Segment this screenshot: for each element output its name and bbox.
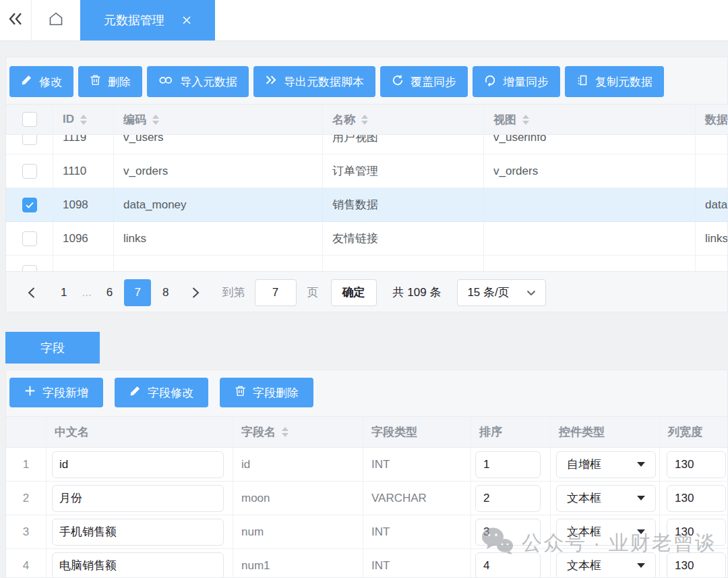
plus-icon [24,385,36,400]
column-header-data[interactable]: 数据 [696,105,728,134]
refresh-icon [484,74,496,90]
row-checkbox[interactable] [22,135,37,145]
metadata-table-body: 1119 v_users 用户视图 v_userinfo 1110 v_orde… [6,135,727,271]
sort-icon[interactable] [522,115,529,125]
link-icon [158,75,173,88]
table-row[interactable]: 1110 v_orders 订单管理 v_orders [6,154,727,188]
import-metadata-button[interactable]: 导入元数据 [147,66,249,97]
column-header-field[interactable]: 字段名 [233,417,363,447]
field-row[interactable]: 2 moon VARCHAR 文本框 [6,482,728,515]
metadata-panel: 修改 删除 导入元数据 导出元数据脚本 覆盖同步 增量同步 [5,57,728,312]
trash-icon [235,385,246,400]
double-chevron-left-icon [7,11,24,29]
cn-name-input[interactable] [52,519,224,546]
overwrite-sync-button[interactable]: 覆盖同步 [380,66,468,97]
fields-panel: 字段新增 字段修改 字段删除 中文名 字段名 字段类型 排序 控件类型 列宽度 [5,370,728,578]
confirm-button[interactable]: 确定 [331,279,377,306]
column-header-name[interactable]: 名称 [323,105,484,134]
select-all-cell [6,105,53,134]
page-ellipsis[interactable]: ... [82,286,91,299]
goto-page-input[interactable] [255,279,297,306]
cn-name-input[interactable] [52,451,224,478]
cn-name-input[interactable] [52,485,224,512]
column-header-index [6,417,47,447]
field-row[interactable]: 4 num1 INT 文本框 [6,549,728,578]
field-row[interactable]: 1 id INT 自增框 [6,448,728,482]
fields-toolbar: 字段新增 字段修改 字段删除 [6,370,727,407]
page-size-select[interactable]: 15 条/页 [457,279,546,306]
sort-icon[interactable] [152,115,159,125]
sort-icon[interactable] [282,427,289,437]
tab-fields[interactable]: 字段 [5,332,100,364]
tab-metadata-management[interactable]: 元数据管理 [80,0,215,40]
column-width-input[interactable] [667,451,726,478]
caret-down-icon [637,496,645,500]
double-arrow-icon [265,75,277,88]
column-width-input[interactable] [667,519,726,546]
trash-icon [90,74,101,89]
home-icon [47,11,65,30]
edit-button[interactable]: 修改 [9,66,73,97]
row-checkbox[interactable] [22,164,37,179]
page-number[interactable]: 1 [61,286,67,299]
order-input[interactable] [475,451,541,478]
select-all-checkbox[interactable] [22,112,37,127]
pencil-icon [129,385,141,400]
control-type-select[interactable]: 文本框 [556,485,656,512]
order-input[interactable] [475,485,541,512]
control-type-select[interactable]: 文本框 [556,519,656,546]
next-page-icon[interactable] [191,287,201,299]
fields-table-body: 1 id INT 自增框 2 moon VARCHAR 文本框 [6,448,727,578]
tab-label: 元数据管理 [104,12,164,28]
column-header-id[interactable]: ID [53,105,114,134]
table-row[interactable]: 1119 v_users 用户视图 v_userinfo [6,135,727,154]
add-field-button[interactable]: 字段新增 [9,378,103,407]
table-row[interactable]: 1096 links 友情链接 links [6,222,727,256]
delete-button[interactable]: 删除 [78,66,142,97]
page-number[interactable]: 6 [107,286,113,299]
prev-page-icon[interactable] [26,287,36,299]
column-width-input[interactable] [667,552,726,578]
cn-name-input[interactable] [52,552,224,578]
collapse-sidebar-button[interactable] [0,0,31,40]
total-count-label: 共 109 条 [393,285,442,300]
page-number[interactable]: 8 [162,286,169,299]
incremental-sync-button[interactable]: 增量同步 [473,66,560,97]
control-type-select[interactable]: 自增框 [556,451,656,478]
pencil-icon [21,74,32,89]
column-header-view[interactable]: 视图 [484,105,696,134]
top-tab-bar: 元数据管理 [0,0,728,41]
metadata-table: ID 编码 名称 视图 数据 1119 v_users 用户视图 v_useri… [6,104,727,313]
row-checkbox[interactable] [22,265,37,272]
order-input[interactable] [475,519,541,546]
pagination-bar: 1 ... 6 7 8 到第 页 确定 共 109 条 15 条/页 [6,271,727,313]
table-row-clipped[interactable] [6,256,727,271]
refresh-icon [392,74,404,90]
export-metadata-script-button[interactable]: 导出元数据脚本 [253,66,375,97]
row-checkbox-checked[interactable] [22,198,37,212]
delete-field-button[interactable]: 字段删除 [220,378,313,407]
table-row-selected[interactable]: 1098 data_money 销售数据 data [6,188,727,222]
column-header-type: 字段类型 [363,417,471,447]
column-header-code[interactable]: 编码 [114,105,323,134]
sort-icon[interactable] [361,115,368,125]
copy-icon [576,74,588,90]
metadata-management-screen: 元数据管理 修改 删除 导入元数据 导出元数据脚本 [0,0,728,578]
goto-label: 到第 [222,285,245,300]
control-type-select[interactable]: 文本框 [556,552,656,578]
close-icon[interactable] [182,16,191,25]
order-input[interactable] [475,552,541,578]
field-row[interactable]: 3 num INT 文本框 [6,515,728,549]
sort-icon[interactable] [80,115,87,125]
column-header-order: 排序 [471,417,551,447]
row-checkbox[interactable] [22,231,37,246]
page-number-active[interactable]: 7 [124,279,151,306]
column-width-input[interactable] [667,485,726,512]
fields-table: 中文名 字段名 字段类型 排序 控件类型 列宽度 1 id INT 自增框 [6,416,727,578]
edit-field-button[interactable]: 字段修改 [115,378,208,407]
caret-down-icon [637,563,645,568]
fields-table-header: 中文名 字段名 字段类型 排序 控件类型 列宽度 [6,416,728,448]
copy-metadata-button[interactable]: 复制元数据 [565,66,664,97]
chevron-down-icon [526,286,536,299]
home-tab-button[interactable] [31,0,80,40]
